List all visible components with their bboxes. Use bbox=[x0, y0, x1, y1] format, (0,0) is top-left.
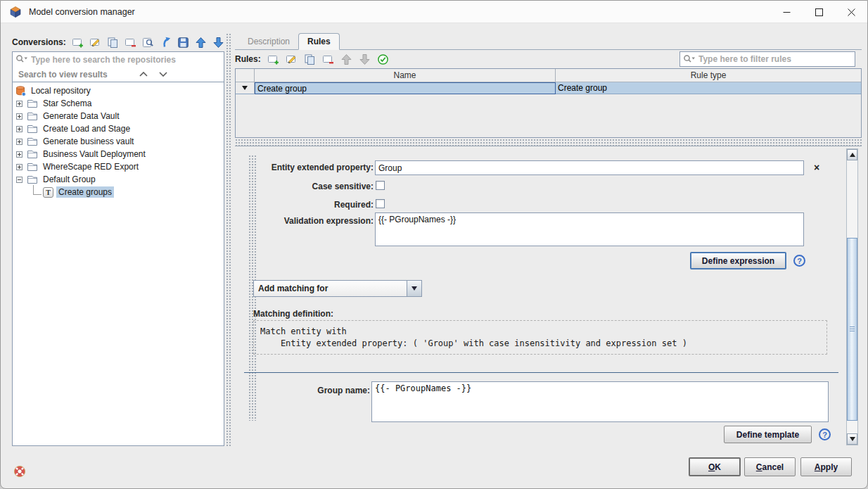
tree-item-label[interactable]: WhereScape RED Export bbox=[41, 161, 141, 172]
title-bar: Model conversion manager bbox=[1, 1, 867, 23]
edit-rule-icon[interactable] bbox=[286, 53, 298, 65]
rule-type-column-header[interactable]: Rule type bbox=[556, 69, 861, 82]
matching-definition-line: Entity extended property: ( 'Group' with… bbox=[260, 338, 820, 350]
remove-property-button[interactable]: × bbox=[809, 160, 824, 174]
tree-item-local-repository[interactable]: Local repository bbox=[13, 84, 224, 97]
previous-result-button[interactable] bbox=[136, 69, 151, 80]
tree-item-business-vault-deployment[interactable]: Business Vault Deployment bbox=[13, 148, 224, 160]
entity-extended-property-input[interactable] bbox=[375, 160, 804, 175]
template-help-icon[interactable]: ? bbox=[819, 428, 831, 440]
vertical-scrollbar[interactable] bbox=[846, 148, 858, 445]
remove-rule-icon[interactable] bbox=[322, 53, 334, 65]
name-column-header[interactable]: Name bbox=[255, 69, 556, 82]
scrollbar-thumb[interactable] bbox=[847, 238, 857, 421]
find-conversion-icon[interactable] bbox=[142, 37, 154, 49]
move-rule-up-icon-disabled[interactable] bbox=[340, 53, 352, 65]
folder-icon bbox=[27, 136, 38, 146]
case-sensitive-checkbox[interactable] bbox=[376, 181, 385, 190]
cancel-button[interactable]: Cancel bbox=[744, 457, 796, 476]
rules-filter-box bbox=[679, 51, 855, 67]
minimize-button[interactable] bbox=[770, 1, 803, 23]
define-expression-button[interactable]: Define expression bbox=[690, 252, 786, 269]
ok-button[interactable]: OK bbox=[689, 457, 741, 476]
expand-plus-icon[interactable] bbox=[16, 113, 23, 120]
folder-icon bbox=[27, 111, 38, 121]
window-title: Model conversion manager bbox=[29, 1, 135, 23]
chevron-down-icon bbox=[159, 72, 167, 77]
minimize-icon bbox=[783, 8, 791, 16]
collapse-minus-icon[interactable] bbox=[16, 177, 23, 183]
search-results-bar: Search to view results bbox=[12, 67, 224, 82]
move-up-icon[interactable] bbox=[195, 37, 207, 49]
copy-rule-icon[interactable] bbox=[304, 53, 316, 65]
help-lifebuoy-icon[interactable] bbox=[13, 465, 26, 478]
expand-plus-icon[interactable] bbox=[16, 139, 23, 145]
tree-item-label[interactable]: Create Load and Stage bbox=[41, 123, 132, 134]
group-name-textarea[interactable]: {{- PGroupNames -}} bbox=[371, 381, 829, 422]
tree-item-create-load-and-stage[interactable]: Create Load and Stage bbox=[13, 122, 224, 135]
save-conversions-icon[interactable] bbox=[177, 37, 189, 49]
tree-item-label-selected[interactable]: Create groups bbox=[56, 186, 114, 198]
rules-filter-input[interactable] bbox=[698, 52, 853, 66]
add-rule-icon[interactable] bbox=[267, 53, 279, 65]
refresh-conversions-icon[interactable] bbox=[160, 37, 172, 49]
tree-item-star-schema[interactable]: Star Schema bbox=[13, 97, 224, 110]
expression-help-icon[interactable]: ? bbox=[793, 255, 805, 267]
tree-connector bbox=[33, 185, 42, 195]
table-row[interactable]: Create group Create group bbox=[236, 82, 861, 94]
validation-expression-label: Validation expression: bbox=[235, 216, 374, 226]
scroll-down-button[interactable] bbox=[847, 433, 857, 445]
rules-toolbar: Rules: bbox=[235, 51, 671, 68]
tree-item-label[interactable]: Default Group bbox=[41, 174, 98, 185]
expand-plus-icon[interactable] bbox=[16, 151, 23, 158]
horizontal-splitter[interactable] bbox=[235, 139, 862, 146]
dropdown-arrow-button[interactable] bbox=[407, 281, 421, 296]
search-icon[interactable] bbox=[15, 54, 28, 64]
apply-button[interactable]: Apply bbox=[800, 457, 852, 476]
type-icon: T bbox=[43, 187, 53, 198]
edit-conversion-icon[interactable] bbox=[89, 37, 101, 49]
add-matching-for-dropdown[interactable]: Add matching for bbox=[253, 280, 422, 297]
tree-item-default-group[interactable]: Default Group bbox=[13, 173, 224, 186]
tree-item-wherescape-red-export[interactable]: WhereScape RED Export bbox=[13, 160, 224, 173]
panel-splitter[interactable] bbox=[226, 33, 231, 447]
tree-item-label[interactable]: Star Schema bbox=[41, 98, 94, 109]
rule-name-cell[interactable]: Create group bbox=[255, 82, 556, 94]
tree-item-label[interactable]: Generate business vault bbox=[41, 136, 136, 147]
tree-item-create-groups[interactable]: T Create groups bbox=[13, 186, 224, 198]
repository-search-input[interactable] bbox=[31, 52, 222, 67]
section-divider bbox=[244, 372, 838, 373]
row-selector-cell[interactable] bbox=[236, 82, 255, 94]
repository-tree: Local repository Star Schema Generate Da… bbox=[12, 82, 224, 446]
expand-plus-icon[interactable] bbox=[16, 126, 23, 132]
group-name-label: Group name: bbox=[235, 386, 370, 395]
required-checkbox[interactable] bbox=[376, 199, 385, 208]
tree-item-label[interactable]: Business Vault Deployment bbox=[41, 148, 148, 160]
rules-table-header: Name Rule type bbox=[236, 69, 861, 82]
expand-plus-icon[interactable] bbox=[16, 164, 23, 170]
tree-item-label[interactable]: Local repository bbox=[29, 85, 93, 96]
define-template-button[interactable]: Define template bbox=[724, 426, 812, 443]
row-selector-header bbox=[236, 69, 255, 82]
expand-plus-icon[interactable] bbox=[16, 101, 23, 107]
copy-conversion-icon[interactable] bbox=[107, 37, 119, 49]
add-conversion-icon[interactable] bbox=[72, 37, 84, 49]
remove-conversion-icon[interactable] bbox=[125, 37, 136, 49]
rule-type-cell[interactable]: Create group bbox=[556, 82, 861, 94]
tree-item-label[interactable]: Generate Data Vault bbox=[41, 110, 122, 122]
tree-item-generate-business-vault[interactable]: Generate business vault bbox=[13, 135, 224, 148]
matching-definition-line: Match entity with bbox=[260, 326, 820, 338]
tab-rules[interactable]: Rules bbox=[298, 33, 340, 50]
next-result-button[interactable] bbox=[156, 69, 170, 80]
tab-description[interactable]: Description bbox=[239, 34, 298, 49]
maximize-button[interactable] bbox=[803, 1, 835, 23]
validate-rules-icon[interactable] bbox=[377, 53, 389, 65]
model-conversion-manager-window: Model conversion manager Conversions: bbox=[0, 0, 868, 489]
filter-search-icon[interactable] bbox=[683, 54, 696, 64]
move-down-icon[interactable] bbox=[212, 37, 224, 49]
scroll-up-button[interactable] bbox=[847, 149, 857, 160]
move-rule-down-icon-disabled[interactable] bbox=[359, 53, 371, 65]
validation-expression-textarea[interactable]: {{- PGroupNames -}} bbox=[375, 212, 804, 246]
tree-item-generate-data-vault[interactable]: Generate Data Vault bbox=[13, 110, 224, 122]
close-button[interactable] bbox=[835, 1, 867, 23]
